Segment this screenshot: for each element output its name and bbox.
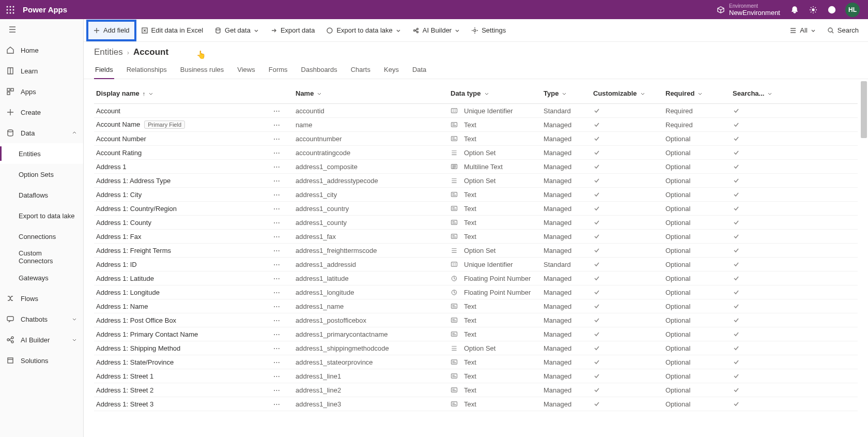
tab-data[interactable]: Data — [411, 63, 427, 79]
edit-excel-button[interactable]: Edit data in Excel — [136, 21, 208, 40]
tab-keys[interactable]: Keys — [383, 63, 400, 79]
nav-apps[interactable]: Apps — [0, 81, 83, 102]
svg-rect-36 — [451, 262, 457, 266]
search-button[interactable]: Search — [822, 21, 864, 40]
row-more-icon[interactable]: ⋯ — [271, 330, 282, 338]
tab-views[interactable]: Views — [236, 63, 256, 79]
header-required[interactable]: Required — [665, 89, 733, 97]
row-more-icon[interactable]: ⋯ — [271, 344, 282, 352]
tab-dashboards[interactable]: Dashboards — [300, 63, 338, 79]
table-row[interactable]: Address 1: Longitude⋯address1_longitudeF… — [94, 285, 858, 299]
row-more-icon[interactable]: ⋯ — [271, 107, 282, 115]
table-row[interactable]: Address 1: Fax⋯address1_faxTextManagedOp… — [94, 230, 858, 244]
tab-business-rules[interactable]: Business rules — [179, 63, 225, 79]
nav-learn[interactable]: Learn — [0, 61, 83, 81]
app-launcher-icon[interactable] — [4, 4, 17, 16]
table-row[interactable]: Address 1: Street 2⋯address1_line2TextMa… — [94, 383, 858, 397]
table-row[interactable]: Address 1: Address Type⋯address1_address… — [94, 174, 858, 188]
nav-connections[interactable]: Connections — [0, 226, 83, 247]
table-row[interactable]: Address 1: Primary Contact Name⋯address1… — [94, 327, 858, 341]
row-more-icon[interactable]: ⋯ — [271, 358, 282, 366]
cell-display-name: Address 1: Latitude — [96, 275, 154, 282]
chevron-up-icon — [72, 129, 77, 137]
row-more-icon[interactable]: ⋯ — [271, 135, 282, 143]
table-row[interactable]: Account⋯accountidUnique IdentifierStanda… — [94, 104, 858, 118]
user-avatar[interactable]: HL — [845, 3, 860, 17]
ai-builder-button[interactable]: AI Builder — [407, 21, 465, 40]
table-row[interactable]: Address 1: Latitude⋯address1_latitudeFlo… — [94, 272, 858, 285]
header-searchable[interactable]: Searcha... — [733, 89, 774, 97]
table-row[interactable]: Account NamePrimary Field⋯nameTextManage… — [94, 118, 858, 132]
nav-create[interactable]: Create — [0, 102, 83, 123]
nav-gateways[interactable]: Gateways — [0, 267, 83, 288]
export-lake-button[interactable]: Export to data lake — [321, 21, 406, 40]
row-more-icon[interactable]: ⋯ — [271, 275, 282, 282]
environment-picker[interactable]: Environment NewEnvironment — [711, 3, 785, 17]
vertical-scrollbar[interactable] — [861, 81, 867, 437]
tab-charts[interactable]: Charts — [350, 63, 371, 79]
row-more-icon[interactable]: ⋯ — [271, 372, 282, 380]
row-more-icon[interactable]: ⋯ — [271, 219, 282, 227]
table-row[interactable]: Address 1: Post Office Box⋯address1_post… — [94, 313, 858, 327]
row-more-icon[interactable]: ⋯ — [271, 247, 282, 254]
settings-button[interactable]: Settings — [466, 21, 511, 40]
row-more-icon[interactable]: ⋯ — [271, 303, 282, 310]
header-data-type[interactable]: Data type — [451, 89, 544, 97]
table-row[interactable]: Address 1: Name⋯address1_nameTextManaged… — [94, 299, 858, 313]
table-row[interactable]: Account Rating⋯accountratingcodeOption S… — [94, 146, 858, 160]
tab-forms[interactable]: Forms — [268, 63, 289, 79]
add-field-button[interactable]: Add field — [88, 21, 135, 40]
nav-create-label: Create — [21, 109, 41, 116]
nav-data[interactable]: Data — [0, 123, 83, 143]
table-row[interactable]: Address 1: Country/Region⋯address1_count… — [94, 202, 858, 216]
nav-toggle-icon[interactable] — [0, 19, 25, 40]
breadcrumb-root[interactable]: Entities — [94, 47, 123, 57]
table-row[interactable]: Address 1: State/Province⋯address1_state… — [94, 355, 858, 369]
row-more-icon[interactable]: ⋯ — [271, 191, 282, 199]
table-row[interactable]: Address 1: Street 3⋯address1_line3TextMa… — [94, 397, 858, 411]
cell-customizable — [593, 149, 665, 156]
view-filter-button[interactable]: All — [784, 21, 820, 40]
row-more-icon[interactable]: ⋯ — [271, 233, 282, 240]
row-more-icon[interactable]: ⋯ — [271, 149, 282, 157]
nav-solutions[interactable]: Solutions — [0, 350, 83, 371]
get-data-button[interactable]: Get data — [209, 21, 264, 40]
table-row[interactable]: Account Number⋯accountnumberTextManagedO… — [94, 132, 858, 146]
nav-custom-connectors[interactable]: Custom Connectors — [0, 247, 83, 267]
table-row[interactable]: Address 1: County⋯address1_countyTextMan… — [94, 216, 858, 230]
row-more-icon[interactable]: ⋯ — [271, 386, 282, 394]
nav-entities[interactable]: Entities — [0, 143, 83, 164]
nav-flows[interactable]: Flows — [0, 288, 83, 309]
table-row[interactable]: Address 1: Street 1⋯address1_line1TextMa… — [94, 369, 858, 383]
table-row[interactable]: Address 1: Shipping Method⋯address1_ship… — [94, 341, 858, 355]
row-more-icon[interactable]: ⋯ — [271, 400, 282, 408]
row-more-icon[interactable]: ⋯ — [271, 177, 282, 185]
row-more-icon[interactable]: ⋯ — [271, 163, 282, 171]
header-name[interactable]: Name — [296, 89, 451, 97]
row-more-icon[interactable]: ⋯ — [271, 317, 282, 324]
help-icon[interactable] — [823, 1, 841, 19]
row-more-icon[interactable]: ⋯ — [271, 261, 282, 268]
row-more-icon[interactable]: ⋯ — [271, 289, 282, 296]
table-row[interactable]: Address 1⋯address1_compositeMultiline Te… — [94, 160, 858, 174]
table-row[interactable]: Address 1: City⋯address1_cityTextManaged… — [94, 188, 858, 202]
header-type[interactable]: Type — [544, 89, 593, 97]
table-row[interactable]: Address 1: Freight Terms⋯address1_freigh… — [94, 244, 858, 258]
nav-chatbots[interactable]: Chatbots — [0, 309, 83, 329]
nav-home[interactable]: Home — [0, 40, 83, 61]
row-more-icon[interactable]: ⋯ — [271, 205, 282, 213]
header-display-name[interactable]: Display name↑ — [94, 89, 296, 97]
cell-required: Optional — [665, 358, 733, 366]
notifications-icon[interactable] — [785, 1, 804, 19]
row-more-icon[interactable]: ⋯ — [271, 121, 282, 129]
export-data-button[interactable]: Export data — [265, 21, 320, 40]
header-customizable[interactable]: Customizable — [593, 89, 665, 97]
table-row[interactable]: Address 1: ID⋯address1_addressidUnique I… — [94, 258, 858, 272]
nav-export-lake[interactable]: Export to data lake — [0, 205, 83, 226]
tab-relationships[interactable]: Relationships — [126, 63, 168, 79]
nav-option-sets[interactable]: Option Sets — [0, 164, 83, 185]
tab-fields[interactable]: Fields — [94, 63, 114, 79]
nav-dataflows[interactable]: Dataflows — [0, 185, 83, 205]
nav-ai-builder[interactable]: AI Builder — [0, 329, 83, 350]
settings-icon[interactable] — [804, 1, 823, 19]
